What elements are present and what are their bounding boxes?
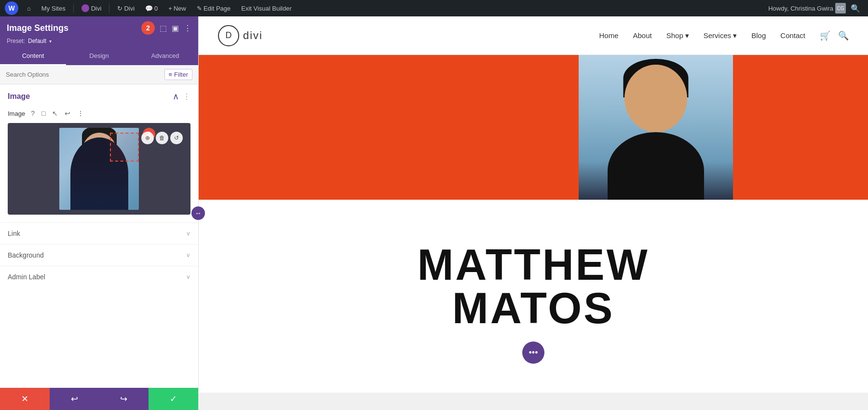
white-section: MATTHEW MATOS ••• (199, 200, 868, 393)
image-section-controls: ∧ ⋮ (173, 91, 190, 102)
logo-name: divi (243, 29, 263, 42)
loop-count-bar-item[interactable]: ↻ Divi (113, 0, 138, 16)
link-section: Link ∨ (0, 222, 198, 244)
mobile-preview-icon[interactable]: □ (41, 109, 46, 118)
howdy-text: Howdy, Christina Gwira (768, 5, 833, 12)
image-move-icon[interactable]: ⊕ (141, 132, 154, 144)
tab-content[interactable]: Content (0, 47, 66, 65)
bar-separator-2 (109, 3, 109, 13)
nav-links: Home About Shop ▾ Services ▾ Blog Contac… (599, 31, 805, 40)
site-navigation: D divi Home About Shop ▾ Services ▾ Blog… (199, 16, 868, 55)
logo-circle: D (218, 25, 239, 46)
image-tools-label: Image (8, 110, 25, 117)
tab-design[interactable]: Design (66, 47, 132, 65)
panel-more-icon[interactable]: ⋮ (184, 24, 191, 33)
new-bar-item[interactable]: + New (164, 0, 190, 16)
panel-resize-handle[interactable]: ↔ (191, 206, 205, 220)
nav-home[interactable]: Home (599, 31, 618, 40)
panel-content: Image ∧ ⋮ Image ? □ ↖ ↩ ⋮ (0, 84, 198, 388)
undo-button[interactable]: ↩ (50, 388, 99, 410)
edit-page-bar-item[interactable]: ✎ Edit Page (193, 0, 234, 16)
hero-person-image (579, 55, 733, 209)
admin-label-collapse-icon: ∨ (186, 273, 190, 280)
admin-label-section-header[interactable]: Admin Label ∨ (0, 266, 198, 287)
preset-label: Preset: (7, 38, 25, 44)
tab-advanced[interactable]: Advanced (132, 47, 198, 65)
background-section-title: Background (8, 251, 44, 259)
cursor-select-icon[interactable]: ↖ (51, 109, 59, 118)
site-preview: D divi Home About Shop ▾ Services ▾ Blog… (199, 16, 868, 410)
cancel-button[interactable]: ✕ (0, 388, 50, 410)
image-section-header: Image ∧ ⋮ (0, 84, 198, 107)
preset-row: Preset: Default ▾ (7, 38, 191, 47)
panel-actions: ✕ ↩ ↪ ✓ (0, 388, 198, 410)
hero-img-inner (579, 55, 733, 209)
image-tools-row: Image ? □ ↖ ↩ ⋮ (0, 107, 198, 123)
image-action-icons: ⊕ 🗑 ↺ (141, 132, 183, 144)
name-line1: MATTHEW (417, 243, 649, 287)
services-arrow-icon: ▾ (733, 31, 737, 40)
image-reset-icon[interactable]: ↺ (170, 132, 183, 144)
image-preview-inner: 2 ⊕ 🗑 ↺ (59, 128, 139, 210)
filter-button[interactable]: ≡ Filter (164, 69, 192, 80)
admin-search-icon[interactable]: 🔍 (848, 4, 863, 13)
search-row: ≡ Filter (0, 65, 198, 84)
background-section: Background ∨ (0, 244, 198, 266)
admin-bar-right: Howdy, Christina Gwira CG 🔍 (768, 3, 863, 14)
site-content: MATTHEW MATOS ••• (199, 55, 868, 410)
nav-contact[interactable]: Contact (780, 31, 805, 40)
filter-label: Filter (174, 71, 188, 78)
nav-icons: 🛒 🔍 (820, 30, 849, 41)
cart-icon[interactable]: 🛒 (820, 30, 830, 41)
hero-head (624, 65, 687, 132)
preset-dropdown-icon[interactable]: ▾ (49, 39, 52, 44)
image-preview-container[interactable]: 2 ⊕ 🗑 ↺ (8, 123, 190, 215)
exit-visual-builder-bar-item[interactable]: Exit Visual Builder (237, 0, 296, 16)
hero-body (608, 132, 704, 209)
floating-dots-button[interactable]: ••• (522, 342, 544, 364)
comment-count-bar-item[interactable]: 💬 0 (141, 0, 162, 16)
home-bar-item[interactable]: ⌂ (23, 0, 35, 16)
admin-label-section-title: Admin Label (8, 273, 45, 281)
panel-layout-icon[interactable]: ▣ (172, 24, 179, 33)
redo-button[interactable]: ↪ (99, 388, 149, 410)
image-collapse-icon[interactable]: ∧ (173, 91, 179, 102)
image-section-title: Image (8, 92, 30, 101)
nav-services[interactable]: Services ▾ (704, 31, 737, 40)
settings-panel: Image Settings 2 ⬚ ▣ ⋮ Preset: Default ▾… (0, 16, 199, 410)
my-sites-bar-item[interactable]: My Sites (38, 0, 69, 16)
panel-title: Image Settings (7, 23, 68, 33)
help-icon[interactable]: ? (30, 109, 36, 118)
user-avatar[interactable]: CG (835, 3, 846, 14)
search-options-input[interactable] (6, 71, 164, 78)
panel-header: Image Settings 2 ⬚ ▣ ⋮ Preset: Default ▾ (0, 16, 198, 47)
panel-expand-icon[interactable]: ⬚ (160, 24, 167, 33)
image-undo-icon[interactable]: ↩ (64, 109, 71, 118)
badge-2[interactable]: 2 (141, 21, 155, 35)
image-selection-overlay (110, 133, 139, 162)
panel-title-row: Image Settings 2 ⬚ ▣ ⋮ (7, 21, 191, 35)
nav-about[interactable]: About (633, 31, 651, 40)
wp-logo-icon[interactable]: W (5, 1, 18, 15)
background-collapse-icon: ∨ (186, 252, 190, 259)
filter-icon: ≡ (169, 71, 173, 78)
bar-separator-1 (73, 3, 74, 13)
shop-arrow-icon: ▾ (685, 31, 689, 40)
hero-section (199, 55, 868, 200)
panel-tabs: Content Design Advanced (0, 47, 198, 65)
nav-search-icon[interactable]: 🔍 (838, 30, 849, 41)
image-more-icon[interactable]: ⋮ (76, 109, 85, 118)
preset-value[interactable]: Default (28, 38, 46, 44)
image-section-menu-icon[interactable]: ⋮ (183, 92, 190, 101)
save-button[interactable]: ✓ (149, 388, 198, 410)
link-section-header[interactable]: Link ∨ (0, 223, 198, 244)
divi-bar-item[interactable]: Divi (78, 0, 106, 16)
background-section-header[interactable]: Background ∨ (0, 245, 198, 266)
link-section-title: Link (8, 230, 20, 237)
site-logo: D divi (218, 25, 263, 46)
admin-label-section: Admin Label ∨ (0, 266, 198, 287)
nav-blog[interactable]: Blog (751, 31, 766, 40)
main-layout: Image Settings 2 ⬚ ▣ ⋮ Preset: Default ▾… (0, 16, 868, 410)
nav-shop[interactable]: Shop ▾ (666, 31, 689, 40)
image-delete-icon[interactable]: 🗑 (156, 132, 168, 144)
